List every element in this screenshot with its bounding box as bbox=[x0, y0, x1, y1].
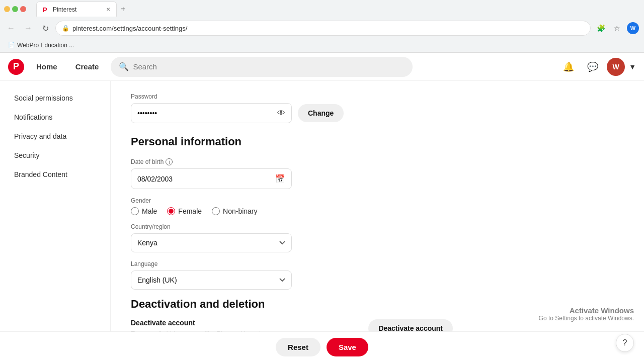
search-icon: 🔍 bbox=[119, 62, 129, 71]
extensions-button[interactable]: 🧩 bbox=[594, 21, 608, 35]
footer-bar: Reset Save bbox=[0, 331, 644, 362]
calendar-icon: 📅 bbox=[275, 174, 285, 184]
gender-male-radio[interactable] bbox=[131, 207, 139, 215]
password-input[interactable] bbox=[137, 109, 277, 117]
toolbar-icons: 🧩 ☆ W bbox=[594, 21, 640, 35]
date-of-birth-field[interactable]: 📅 bbox=[131, 168, 292, 189]
user-avatar[interactable]: W bbox=[607, 58, 625, 76]
deactivate-account-row: Deactivate account Temporarily hide your… bbox=[131, 319, 453, 331]
password-field[interactable]: 👁 bbox=[131, 103, 292, 123]
lock-icon: 🔒 bbox=[62, 25, 69, 32]
refresh-button[interactable]: ↻ bbox=[38, 21, 52, 35]
tab-title: Pinterest bbox=[53, 6, 76, 13]
notifications-bell-button[interactable]: 🔔 bbox=[558, 57, 579, 77]
language-select[interactable]: English (UK) English (US) Español bbox=[131, 270, 292, 290]
new-tab-button[interactable]: + bbox=[118, 2, 128, 17]
gender-female-option[interactable]: Female bbox=[167, 207, 202, 215]
gender-label: Gender bbox=[131, 197, 624, 204]
close-button[interactable] bbox=[20, 6, 26, 12]
sidebar: Social permissions Notifications Privacy… bbox=[0, 81, 111, 331]
save-button[interactable]: Save bbox=[327, 338, 368, 356]
date-of-birth-label: Date of birth i bbox=[131, 158, 624, 165]
reset-button[interactable]: Reset bbox=[276, 338, 320, 356]
address-bar[interactable]: 🔒 pinterest.com/settings/account-setting… bbox=[55, 21, 591, 36]
bookmark-favicon: 📄 bbox=[8, 42, 15, 48]
active-tab[interactable]: P Pinterest ✕ bbox=[36, 2, 117, 17]
info-icon[interactable]: i bbox=[166, 158, 173, 165]
create-nav-button[interactable]: Create bbox=[67, 58, 107, 75]
gender-options: Male Female Non-binary bbox=[131, 207, 624, 215]
bookmark-label: WebPro Education ... bbox=[17, 42, 74, 49]
gender-nonbinary-option[interactable]: Non-binary bbox=[212, 207, 257, 215]
bookmark-item[interactable]: 📄 WebPro Education ... bbox=[4, 41, 78, 50]
password-section: Password 👁 Change bbox=[131, 93, 624, 123]
pinterest-header: P Home Create 🔍 🔔 💬 W ▼ bbox=[0, 53, 644, 81]
bell-icon: 🔔 bbox=[563, 61, 574, 72]
password-row: 👁 Change bbox=[131, 103, 624, 123]
sidebar-item-branded-content[interactable]: Branded Content bbox=[4, 165, 106, 184]
sidebar-item-notifications[interactable]: Notifications bbox=[4, 108, 106, 126]
country-group: Country/region Kenya United States Unite… bbox=[131, 223, 624, 252]
gender-male-label: Male bbox=[142, 207, 157, 215]
maximize-button[interactable] bbox=[12, 6, 18, 12]
sidebar-item-security[interactable]: Security bbox=[4, 146, 106, 164]
profile-button[interactable]: W bbox=[626, 21, 640, 35]
back-button[interactable]: ← bbox=[4, 21, 18, 35]
browser-titlebar: P Pinterest ✕ + bbox=[0, 0, 644, 18]
header-nav: Home Create bbox=[28, 58, 107, 75]
pinterest-logo[interactable]: P bbox=[8, 59, 24, 75]
search-input[interactable] bbox=[133, 62, 405, 71]
deactivate-account-button[interactable]: Deactivate account bbox=[368, 319, 453, 331]
country-select[interactable]: Kenya United States United Kingdom bbox=[131, 233, 292, 252]
home-nav-button[interactable]: Home bbox=[28, 58, 65, 75]
header-search-bar[interactable]: 🔍 bbox=[111, 57, 413, 77]
chat-icon: 💬 bbox=[587, 61, 598, 72]
sidebar-item-privacy-and-data[interactable]: Privacy and data bbox=[4, 127, 106, 145]
browser-toolbar: ← → ↻ 🔒 pinterest.com/settings/account-s… bbox=[0, 18, 644, 38]
sidebar-item-social-permissions[interactable]: Social permissions bbox=[4, 89, 106, 107]
country-label: Country/region bbox=[131, 223, 624, 230]
gender-female-radio[interactable] bbox=[167, 207, 175, 215]
date-of-birth-input[interactable] bbox=[137, 175, 275, 183]
deactivate-heading: Deactivate account bbox=[131, 319, 264, 327]
address-text: pinterest.com/settings/account-settings/ bbox=[72, 25, 584, 32]
bookmark-star-button[interactable]: ☆ bbox=[610, 21, 624, 35]
gender-nonbinary-label: Non-binary bbox=[223, 207, 257, 215]
chevron-down-icon[interactable]: ▼ bbox=[629, 63, 636, 71]
gender-group: Gender Male Female Non-binary bbox=[131, 197, 624, 215]
tab-close-icon[interactable]: ✕ bbox=[106, 7, 110, 12]
personal-info-title: Personal information bbox=[131, 135, 624, 148]
tab-bar: P Pinterest ✕ + bbox=[32, 2, 132, 17]
header-icons: 🔔 💬 W ▼ bbox=[558, 57, 636, 77]
minimize-button[interactable] bbox=[4, 6, 10, 12]
content-area: Password 👁 Change Personal information D… bbox=[111, 81, 644, 331]
deactivate-info: Deactivate account Temporarily hide your… bbox=[131, 319, 264, 331]
deactivation-title: Deactivation and deletion bbox=[131, 298, 624, 311]
pinterest-app: P Home Create 🔍 🔔 💬 W ▼ Social permissio… bbox=[0, 53, 644, 362]
eye-icon[interactable]: 👁 bbox=[277, 109, 285, 118]
profile-circle: W bbox=[627, 22, 639, 34]
language-label: Language bbox=[131, 260, 624, 267]
language-group: Language English (UK) English (US) Españ… bbox=[131, 260, 624, 290]
gender-nonbinary-radio[interactable] bbox=[212, 207, 220, 215]
gender-male-option[interactable]: Male bbox=[131, 207, 157, 215]
change-password-button[interactable]: Change bbox=[298, 104, 344, 122]
forward-button[interactable]: → bbox=[21, 21, 35, 35]
bookmarks-bar: 📄 WebPro Education ... bbox=[0, 38, 644, 52]
messages-button[interactable]: 💬 bbox=[583, 57, 603, 77]
tab-favicon: P bbox=[43, 6, 50, 13]
gender-female-label: Female bbox=[178, 207, 202, 215]
password-label: Password bbox=[131, 93, 624, 100]
window-controls bbox=[4, 6, 26, 12]
help-button[interactable]: ? bbox=[616, 334, 634, 352]
date-of-birth-group: Date of birth i 📅 bbox=[131, 158, 624, 189]
browser-chrome: P Pinterest ✕ + ← → ↻ 🔒 pinterest.com/se… bbox=[0, 0, 644, 53]
main-content: Social permissions Notifications Privacy… bbox=[0, 81, 644, 331]
